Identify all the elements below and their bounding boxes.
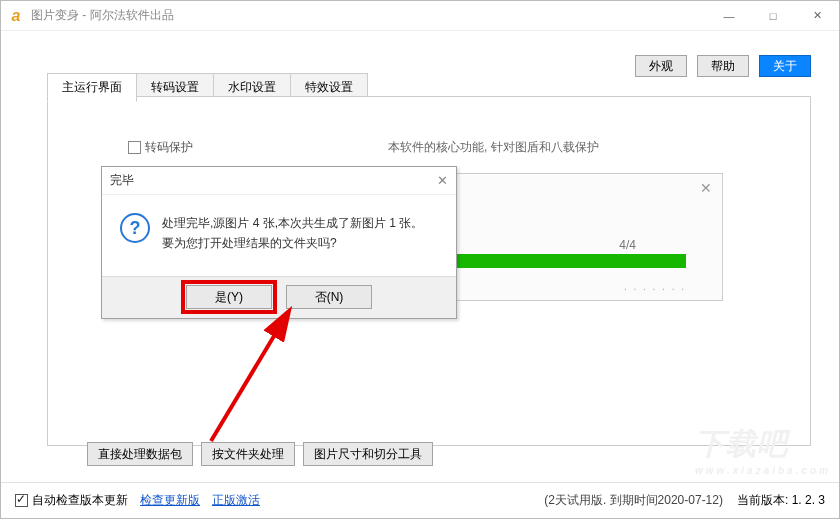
no-button[interactable]: 否(N) bbox=[286, 285, 372, 309]
help-button[interactable]: 帮助 bbox=[697, 55, 749, 77]
trial-text: (2天试用版. 到期时间2020-07-12) bbox=[544, 492, 723, 509]
dialog-titlebar: 完毕 ✕ bbox=[102, 167, 456, 195]
size-split-button[interactable]: 图片尺寸和切分工具 bbox=[303, 442, 433, 466]
dialog-line1: 处理完毕,源图片 4 张,本次共生成了新图片 1 张。 bbox=[162, 213, 423, 233]
utility-button-bar: 直接处理数据包 按文件夹处理 图片尺寸和切分工具 bbox=[87, 442, 433, 466]
info-icon: ? bbox=[120, 213, 150, 243]
window-title: 图片变身 - 阿尔法软件出品 bbox=[31, 7, 174, 24]
maximize-button[interactable]: □ bbox=[751, 2, 795, 30]
auto-check-label: 自动检查版本更新 bbox=[32, 492, 128, 509]
main-window: a 图片变身 - 阿尔法软件出品 — □ ✕ 外观 帮助 关于 主运行界面 转码… bbox=[0, 0, 840, 519]
version-text: 当前版本: 1. 2. 3 bbox=[737, 492, 825, 509]
dialog-close-icon[interactable]: ✕ bbox=[437, 173, 448, 188]
progress-close-icon[interactable]: ✕ bbox=[700, 180, 712, 196]
dialog-footer: 是(Y) 否(N) bbox=[102, 276, 456, 318]
hint-text: 本软件的核心功能, 针对图盾和八载保护 bbox=[388, 139, 599, 156]
minimize-button[interactable]: — bbox=[707, 2, 751, 30]
completion-dialog: 完毕 ✕ ? 处理完毕,源图片 4 张,本次共生成了新图片 1 张。 要为您打开… bbox=[101, 166, 457, 319]
watermark-sub: www.xiazaiba.com bbox=[695, 465, 831, 476]
top-button-bar: 外观 帮助 关于 bbox=[635, 55, 811, 77]
transcode-protect-checkbox[interactable] bbox=[128, 141, 141, 154]
close-button[interactable]: ✕ bbox=[795, 2, 839, 30]
dialog-body: ? 处理完毕,源图片 4 张,本次共生成了新图片 1 张。 要为您打开处理结果的… bbox=[102, 195, 456, 276]
check-update-link[interactable]: 检查更新版 bbox=[140, 492, 200, 509]
about-button[interactable]: 关于 bbox=[759, 55, 811, 77]
auto-check-checkbox[interactable] bbox=[15, 494, 28, 507]
tab-main[interactable]: 主运行界面 bbox=[47, 73, 137, 102]
dialog-message: 处理完毕,源图片 4 张,本次共生成了新图片 1 张。 要为您打开处理结果的文件… bbox=[162, 213, 423, 254]
yes-button[interactable]: 是(Y) bbox=[186, 285, 272, 309]
titlebar: a 图片变身 - 阿尔法软件出品 — □ ✕ bbox=[1, 1, 839, 31]
app-icon: a bbox=[7, 7, 25, 25]
transcode-protect-row: 转码保护 bbox=[128, 139, 193, 156]
progress-counter: 4/4 bbox=[619, 238, 636, 252]
process-folder-button[interactable]: 按文件夹处理 bbox=[201, 442, 295, 466]
appearance-button[interactable]: 外观 bbox=[635, 55, 687, 77]
status-bar: 自动检查版本更新 检查更新版 正版激活 (2天试用版. 到期时间2020-07-… bbox=[1, 482, 839, 518]
transcode-protect-label: 转码保护 bbox=[145, 139, 193, 156]
window-controls: — □ ✕ bbox=[707, 2, 839, 30]
dialog-title-text: 完毕 bbox=[110, 172, 134, 189]
progress-dots: . . . . . . . bbox=[624, 281, 686, 292]
activate-link[interactable]: 正版激活 bbox=[212, 492, 260, 509]
process-package-button[interactable]: 直接处理数据包 bbox=[87, 442, 193, 466]
dialog-line2: 要为您打开处理结果的文件夹吗? bbox=[162, 233, 423, 253]
